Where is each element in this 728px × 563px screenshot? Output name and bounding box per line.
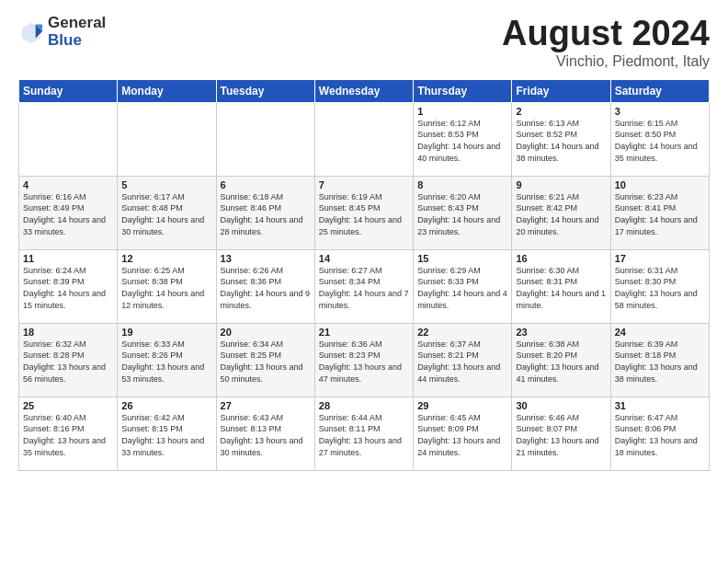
cell-content: Sunrise: 6:17 AM Sunset: 8:48 PM Dayligh… (121, 191, 211, 237)
calendar-cell: 26Sunrise: 6:42 AM Sunset: 8:15 PM Dayli… (118, 396, 216, 470)
day-number: 25 (23, 400, 113, 411)
day-number: 7 (319, 179, 409, 190)
calendar-cell: 5Sunrise: 6:17 AM Sunset: 8:48 PM Daylig… (118, 176, 216, 249)
calendar-week-row: 25Sunrise: 6:40 AM Sunset: 8:16 PM Dayli… (19, 396, 710, 470)
calendar-day-header-monday: Monday (118, 79, 216, 102)
day-number: 8 (417, 179, 507, 190)
day-number: 4 (23, 179, 113, 190)
month-year-title: August 2024 (502, 15, 710, 53)
day-number: 19 (121, 327, 211, 338)
calendar-cell: 9Sunrise: 6:21 AM Sunset: 8:42 PM Daylig… (512, 176, 610, 249)
cell-content: Sunrise: 6:16 AM Sunset: 8:49 PM Dayligh… (23, 191, 113, 237)
calendar-day-header-wednesday: Wednesday (314, 79, 413, 102)
day-number: 10 (615, 179, 705, 190)
cell-content: Sunrise: 6:37 AM Sunset: 8:21 PM Dayligh… (417, 339, 507, 385)
calendar-cell: 23Sunrise: 6:38 AM Sunset: 8:20 PM Dayli… (512, 323, 610, 396)
day-number: 14 (319, 253, 409, 264)
cell-content: Sunrise: 6:18 AM Sunset: 8:46 PM Dayligh… (221, 191, 311, 237)
calendar-cell: 6Sunrise: 6:18 AM Sunset: 8:46 PM Daylig… (216, 176, 314, 249)
day-number: 9 (516, 179, 606, 190)
day-number: 5 (121, 179, 211, 190)
day-number: 26 (121, 400, 211, 411)
calendar-cell: 31Sunrise: 6:47 AM Sunset: 8:06 PM Dayli… (610, 396, 709, 470)
cell-content: Sunrise: 6:26 AM Sunset: 8:36 PM Dayligh… (221, 265, 311, 311)
day-number: 15 (417, 253, 507, 264)
calendar-cell: 24Sunrise: 6:39 AM Sunset: 8:18 PM Dayli… (610, 323, 709, 396)
header: General Blue August 2024 Vinchio, Piedmo… (18, 15, 710, 70)
cell-content: Sunrise: 6:15 AM Sunset: 8:50 PM Dayligh… (615, 118, 705, 164)
calendar-week-row: 4Sunrise: 6:16 AM Sunset: 8:49 PM Daylig… (19, 176, 710, 249)
day-number: 6 (221, 179, 311, 190)
calendar-cell: 8Sunrise: 6:20 AM Sunset: 8:43 PM Daylig… (414, 176, 512, 249)
calendar-day-header-tuesday: Tuesday (216, 79, 314, 102)
calendar-day-header-friday: Friday (512, 79, 610, 102)
calendar-day-header-sunday: Sunday (19, 79, 118, 102)
cell-content: Sunrise: 6:34 AM Sunset: 8:25 PM Dayligh… (221, 339, 311, 385)
cell-content: Sunrise: 6:12 AM Sunset: 8:53 PM Dayligh… (417, 118, 507, 164)
location-subtitle: Vinchio, Piedmont, Italy (502, 53, 710, 70)
day-number: 3 (615, 106, 705, 117)
calendar-cell: 14Sunrise: 6:27 AM Sunset: 8:34 PM Dayli… (314, 249, 413, 323)
day-number: 29 (417, 400, 507, 411)
day-number: 28 (319, 400, 409, 411)
day-number: 23 (516, 327, 606, 338)
day-number: 22 (417, 327, 507, 338)
cell-content: Sunrise: 6:20 AM Sunset: 8:43 PM Dayligh… (417, 191, 507, 237)
logo: General Blue (18, 15, 106, 49)
cell-content: Sunrise: 6:19 AM Sunset: 8:45 PM Dayligh… (319, 191, 409, 237)
calendar-cell: 28Sunrise: 6:44 AM Sunset: 8:11 PM Dayli… (314, 396, 413, 470)
calendar-cell: 18Sunrise: 6:32 AM Sunset: 8:28 PM Dayli… (19, 323, 118, 396)
logo-icon (18, 19, 44, 45)
day-number: 13 (221, 253, 311, 264)
calendar-header-row: SundayMondayTuesdayWednesdayThursdayFrid… (19, 79, 710, 102)
day-number: 31 (615, 400, 705, 411)
calendar-cell: 19Sunrise: 6:33 AM Sunset: 8:26 PM Dayli… (118, 323, 216, 396)
page: General Blue August 2024 Vinchio, Piedmo… (0, 0, 728, 480)
day-number: 20 (221, 327, 311, 338)
cell-content: Sunrise: 6:46 AM Sunset: 8:07 PM Dayligh… (516, 412, 606, 458)
cell-content: Sunrise: 6:40 AM Sunset: 8:16 PM Dayligh… (23, 412, 113, 458)
calendar-week-row: 18Sunrise: 6:32 AM Sunset: 8:28 PM Dayli… (19, 323, 710, 396)
day-number: 11 (23, 253, 113, 264)
cell-content: Sunrise: 6:24 AM Sunset: 8:39 PM Dayligh… (23, 265, 113, 311)
calendar-cell (216, 102, 314, 176)
calendar-cell: 25Sunrise: 6:40 AM Sunset: 8:16 PM Dayli… (19, 396, 118, 470)
day-number: 24 (615, 327, 705, 338)
logo-blue-text: Blue (48, 32, 106, 50)
calendar-cell: 13Sunrise: 6:26 AM Sunset: 8:36 PM Dayli… (216, 249, 314, 323)
calendar-cell: 17Sunrise: 6:31 AM Sunset: 8:30 PM Dayli… (610, 249, 709, 323)
calendar-cell (314, 102, 413, 176)
calendar-cell: 30Sunrise: 6:46 AM Sunset: 8:07 PM Dayli… (512, 396, 610, 470)
day-number: 21 (319, 327, 409, 338)
calendar-week-row: 11Sunrise: 6:24 AM Sunset: 8:39 PM Dayli… (19, 249, 710, 323)
day-number: 17 (615, 253, 705, 264)
day-number: 30 (516, 400, 606, 411)
calendar-week-row: 1Sunrise: 6:12 AM Sunset: 8:53 PM Daylig… (19, 102, 710, 176)
calendar-cell: 15Sunrise: 6:29 AM Sunset: 8:33 PM Dayli… (414, 249, 512, 323)
day-number: 27 (221, 400, 311, 411)
calendar-cell: 3Sunrise: 6:15 AM Sunset: 8:50 PM Daylig… (610, 102, 709, 176)
cell-content: Sunrise: 6:29 AM Sunset: 8:33 PM Dayligh… (417, 265, 507, 311)
cell-content: Sunrise: 6:43 AM Sunset: 8:13 PM Dayligh… (221, 412, 311, 458)
cell-content: Sunrise: 6:13 AM Sunset: 8:52 PM Dayligh… (516, 118, 606, 164)
calendar-cell: 2Sunrise: 6:13 AM Sunset: 8:52 PM Daylig… (512, 102, 610, 176)
day-number: 2 (516, 106, 606, 117)
calendar-cell: 12Sunrise: 6:25 AM Sunset: 8:38 PM Dayli… (118, 249, 216, 323)
calendar-cell: 7Sunrise: 6:19 AM Sunset: 8:45 PM Daylig… (314, 176, 413, 249)
calendar-cell: 29Sunrise: 6:45 AM Sunset: 8:09 PM Dayli… (414, 396, 512, 470)
cell-content: Sunrise: 6:42 AM Sunset: 8:15 PM Dayligh… (121, 412, 211, 458)
calendar-table: SundayMondayTuesdayWednesdayThursdayFrid… (18, 79, 710, 471)
calendar-day-header-thursday: Thursday (414, 79, 512, 102)
calendar-cell: 1Sunrise: 6:12 AM Sunset: 8:53 PM Daylig… (414, 102, 512, 176)
cell-content: Sunrise: 6:33 AM Sunset: 8:26 PM Dayligh… (121, 339, 211, 385)
calendar-cell: 11Sunrise: 6:24 AM Sunset: 8:39 PM Dayli… (19, 249, 118, 323)
calendar-cell (19, 102, 118, 176)
cell-content: Sunrise: 6:47 AM Sunset: 8:06 PM Dayligh… (615, 412, 705, 458)
day-number: 12 (121, 253, 211, 264)
calendar-cell: 21Sunrise: 6:36 AM Sunset: 8:23 PM Dayli… (314, 323, 413, 396)
cell-content: Sunrise: 6:32 AM Sunset: 8:28 PM Dayligh… (23, 339, 113, 385)
cell-content: Sunrise: 6:31 AM Sunset: 8:30 PM Dayligh… (615, 265, 705, 311)
calendar-cell: 20Sunrise: 6:34 AM Sunset: 8:25 PM Dayli… (216, 323, 314, 396)
cell-content: Sunrise: 6:39 AM Sunset: 8:18 PM Dayligh… (615, 339, 705, 385)
logo-general-text: General (48, 15, 106, 32)
